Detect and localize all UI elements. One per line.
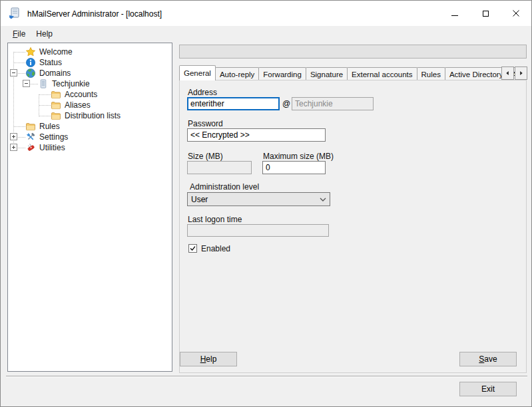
tree-item-domains[interactable]: Domains xyxy=(25,68,72,78)
navigation-tree: WelcomeStatusDomainsTechjunkieAccountsAl… xyxy=(7,43,172,372)
size-label: Size (MB) xyxy=(188,152,223,161)
menu-bar: FileHelp xyxy=(1,26,531,42)
tree-item-utilities[interactable]: Utilities xyxy=(25,142,67,153)
close-icon[interactable] xyxy=(501,1,531,26)
right-arrow-glyph xyxy=(519,70,523,76)
tree-item-label: Rules xyxy=(38,122,61,131)
maximize-glyph xyxy=(483,11,489,17)
help-button[interactable]: Help xyxy=(180,352,237,366)
tab-scroll-right-icon[interactable] xyxy=(515,67,527,80)
tree-connector-line xyxy=(13,126,25,127)
window-title: hMailServer Administrator - [localhost] xyxy=(27,9,162,19)
tab-auto-reply[interactable]: Auto-reply xyxy=(215,67,259,80)
tree-connector-line xyxy=(39,94,51,95)
last-logon-label: Last logon time xyxy=(188,215,242,224)
app-window: hMailServer Administrator - [localhost] … xyxy=(0,0,532,407)
bottom-separator xyxy=(6,376,527,377)
tree-expand-minus-icon[interactable] xyxy=(23,80,30,87)
tab-external-accounts[interactable]: External accounts xyxy=(347,67,417,80)
tree-item-label: Distribution lists xyxy=(63,111,122,120)
star-icon xyxy=(25,47,36,57)
max-size-label: Maximum size (MB) xyxy=(263,152,334,161)
size-input xyxy=(187,161,252,174)
address-label: Address xyxy=(188,88,217,97)
tab-general[interactable]: General xyxy=(179,65,216,80)
tree-expand-plus-icon[interactable] xyxy=(10,144,17,151)
tree-item-label: Settings xyxy=(38,132,69,142)
tree-item-welcome[interactable]: Welcome xyxy=(25,47,74,57)
tree-connector-line xyxy=(39,116,51,116)
tree-connector-line xyxy=(39,105,51,106)
tab-strip: GeneralAuto-replyForwardingSignatureExte… xyxy=(179,65,527,80)
minimize-icon[interactable] xyxy=(439,1,470,26)
tab-signature[interactable]: Signature xyxy=(306,67,348,80)
minimize-glyph xyxy=(451,15,458,16)
save-button[interactable]: Save xyxy=(459,352,517,366)
admin-level-select[interactable]: User xyxy=(187,192,330,206)
at-separator: @ xyxy=(282,99,290,108)
panel-header-bar xyxy=(179,45,527,59)
tree-item-status[interactable]: Status xyxy=(25,57,63,68)
globe-icon xyxy=(25,68,36,78)
menu-file[interactable]: File xyxy=(13,29,25,39)
tree-item-accounts[interactable]: Accounts xyxy=(51,89,99,100)
password-input[interactable] xyxy=(187,128,326,142)
password-label: Password xyxy=(188,119,223,128)
address-input[interactable] xyxy=(187,97,280,110)
caption-buttons xyxy=(439,1,531,26)
server-icon xyxy=(38,78,49,89)
folder-icon xyxy=(51,89,61,100)
check-icon xyxy=(189,245,196,252)
tree-item-settings[interactable]: Settings xyxy=(25,132,69,142)
menu-help[interactable]: Help xyxy=(36,29,53,39)
maximize-icon[interactable] xyxy=(470,1,501,26)
close-glyph xyxy=(513,10,519,17)
tree-item-label: Status xyxy=(38,58,63,67)
info-icon xyxy=(25,57,36,68)
tab-active-directory[interactable]: Active Directory xyxy=(445,67,508,80)
folder-icon xyxy=(51,100,61,110)
tree-item-aliases[interactable]: Aliases xyxy=(51,100,92,110)
tree-item-label: Welcome xyxy=(38,47,74,57)
tree-expand-minus-icon[interactable] xyxy=(10,69,17,76)
last-logon-input xyxy=(187,224,329,237)
tree-connector-line xyxy=(13,52,25,53)
tab-forwarding[interactable]: Forwarding xyxy=(258,67,306,80)
enabled-checkbox[interactable] xyxy=(188,244,197,253)
max-size-input[interactable] xyxy=(262,161,326,174)
chevron-down-icon xyxy=(320,198,326,202)
tree-item-label: Aliases xyxy=(63,100,92,110)
app-logo-icon xyxy=(8,7,21,20)
folder-icon xyxy=(51,110,61,121)
folder-icon xyxy=(25,121,36,132)
tab-scroll-left-icon[interactable] xyxy=(501,67,514,80)
admin-level-value: User xyxy=(191,195,320,204)
title-bar[interactable]: hMailServer Administrator - [localhost] xyxy=(1,1,531,26)
tree-item-distribution-lists[interactable]: Distribution lists xyxy=(51,110,122,121)
tree-item-label: Techjunkie xyxy=(51,79,91,88)
exit-button[interactable]: Exit xyxy=(459,382,517,396)
domain-input xyxy=(292,97,374,110)
knife-icon xyxy=(25,142,36,153)
tree-connector-line xyxy=(13,63,25,63)
tab-rules[interactable]: Rules xyxy=(417,67,445,80)
left-arrow-glyph xyxy=(505,70,510,76)
tree-item-rules[interactable]: Rules xyxy=(25,121,61,132)
tree-item-label: Domains xyxy=(38,68,72,78)
tree-item-techjunkie[interactable]: Techjunkie xyxy=(38,78,91,89)
tree-expand-plus-icon[interactable] xyxy=(10,133,17,140)
tree-item-label: Utilities xyxy=(38,143,67,152)
tree-item-label: Accounts xyxy=(63,90,99,99)
tools-icon xyxy=(25,132,36,142)
admin-level-label: Administration level xyxy=(190,182,259,192)
enabled-label: Enabled xyxy=(201,244,230,253)
